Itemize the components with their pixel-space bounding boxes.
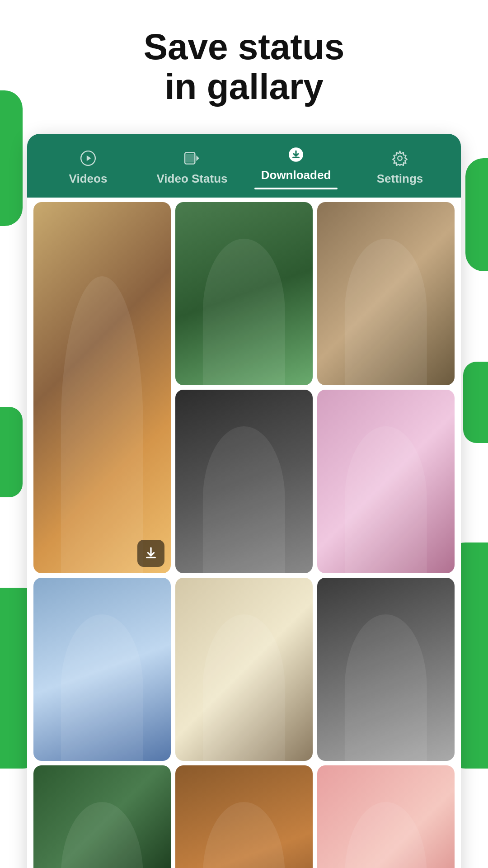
title-line2: in gallary [164,66,323,107]
bg-decor-right-mid [463,362,488,443]
grid-item-8[interactable] [317,578,455,761]
grid-item-11[interactable] [317,765,455,868]
grid-item-10[interactable] [175,765,313,868]
photo-person-11 [317,765,455,868]
photo-person-5 [317,390,455,573]
bg-decor-left-mid [0,407,23,497]
app-card: Videos Video Status Downloaded [27,134,461,868]
grid-item-4[interactable] [175,390,313,573]
svg-rect-3 [186,154,194,163]
grid-item-3[interactable] [317,202,455,385]
photo-person-9 [33,765,171,868]
svg-point-7 [398,156,402,160]
tab-bar: Videos Video Status Downloaded [27,134,461,198]
tab-videos[interactable]: Videos [36,148,140,186]
page-header: Save status in gallary [0,0,488,125]
download-badge-1 [137,540,164,567]
grid-item-9[interactable] [33,765,171,868]
grid-item-1[interactable] [33,202,171,573]
photo-person-3 [317,202,455,385]
svg-marker-1 [87,156,91,161]
photo-grid [27,198,461,868]
photo-person-1 [33,202,171,573]
page-title: Save status in gallary [36,27,452,107]
grid-item-5[interactable] [317,390,455,573]
svg-marker-4 [197,156,199,161]
photo-person-2 [175,202,313,385]
tab-video-status-label: Video Status [156,172,227,186]
tab-settings[interactable]: Settings [348,148,452,186]
tab-videos-label: Videos [69,172,108,186]
grid-item-6[interactable] [33,578,171,761]
video-icon [182,148,202,168]
grid-item-2[interactable] [175,202,313,385]
tab-settings-label: Settings [377,172,423,186]
photo-person-4 [175,390,313,573]
tab-video-status[interactable]: Video Status [140,148,244,186]
title-line1: Save status [144,27,345,67]
photo-person-7 [175,578,313,761]
bg-decor-right-top [465,158,488,271]
tab-downloaded-label: Downloaded [261,168,331,182]
play-circle-icon [78,148,98,168]
grid-item-7[interactable] [175,578,313,761]
photo-person-8 [317,578,455,761]
photo-person-10 [175,765,313,868]
photo-person-6 [33,578,171,761]
tab-active-underline [254,188,338,189]
gear-icon [390,148,410,168]
download-icon [286,145,306,165]
tab-downloaded[interactable]: Downloaded [244,145,348,189]
